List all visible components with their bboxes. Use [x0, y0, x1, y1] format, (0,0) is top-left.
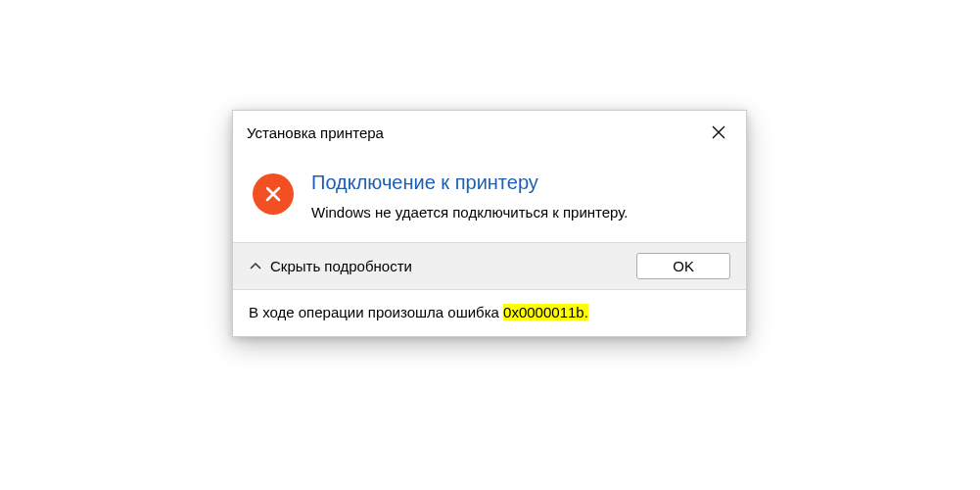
dialog-heading: Подключение к принтеру — [311, 172, 726, 194]
error-icon — [253, 173, 294, 215]
error-code: 0x0000011b — [503, 304, 584, 320]
ok-button[interactable]: OK — [636, 253, 730, 279]
details-prefix: В ходе операции произошла ошибка — [249, 304, 503, 320]
chevron-up-icon — [249, 260, 262, 273]
dialog-footer: Скрыть подробности OK — [233, 242, 746, 289]
details-toggle-label: Скрыть подробности — [270, 258, 412, 274]
dialog-body-text: Подключение к принтеру Windows не удаетс… — [311, 172, 726, 220]
details-suffix: . — [584, 304, 588, 320]
dialog-titlebar: Установка принтера — [233, 111, 746, 154]
printer-install-dialog: Установка принтера Подключение к принтер… — [232, 110, 747, 337]
dialog-title: Установка принтера — [247, 124, 384, 141]
close-button[interactable] — [703, 119, 734, 146]
dialog-body: Подключение к принтеру Windows не удаетс… — [233, 154, 746, 242]
details-toggle[interactable]: Скрыть подробности — [249, 258, 412, 274]
details-area: В ходе операции произошла ошибка 0x00000… — [233, 289, 746, 336]
dialog-message: Windows не удается подключиться к принте… — [311, 204, 726, 220]
close-icon — [712, 125, 725, 139]
